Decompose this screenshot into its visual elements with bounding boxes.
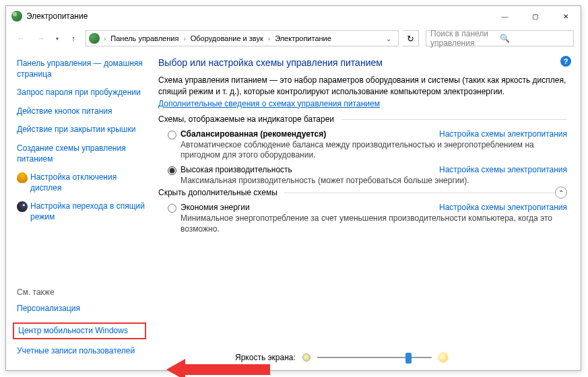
group-label: Скрыть дополнительные схемы bbox=[158, 188, 284, 197]
plan-balanced-radio[interactable] bbox=[168, 131, 176, 139]
plan-balanced-settings-link[interactable]: Настройка схемы электропитания bbox=[426, 129, 567, 139]
plan-high-settings-link[interactable]: Настройка схемы электропитания bbox=[426, 165, 567, 174]
app-icon bbox=[11, 11, 22, 22]
brightness-label: Яркость экрана: bbox=[235, 353, 296, 362]
nav-history-dropdown[interactable]: ▾ bbox=[53, 36, 61, 42]
see-also-personalization[interactable]: Персонализация bbox=[17, 304, 146, 314]
bulb-bright-icon bbox=[438, 353, 448, 362]
chevron-up-icon: ⌃ bbox=[558, 189, 564, 197]
plan-saver-desc: Минимальное энергопотребление за счет ум… bbox=[181, 213, 567, 234]
maximize-button[interactable]: ▢ bbox=[520, 6, 550, 26]
nav-up-button[interactable]: ↑ bbox=[65, 30, 81, 46]
chevron-right-icon: › bbox=[267, 35, 271, 42]
navigation-bar: ← → ▾ ↑ › Панель управления › Оборудован… bbox=[6, 26, 581, 50]
brightness-slider[interactable] bbox=[317, 351, 432, 364]
plan-balanced-desc: Автоматическое соблюдение баланса между … bbox=[181, 140, 567, 161]
moon-icon bbox=[17, 201, 28, 212]
breadcrumb[interactable]: › Панель управления › Оборудование и зву… bbox=[86, 30, 399, 46]
sidebar-link-lid[interactable]: Действие при закрытии крышки bbox=[17, 125, 146, 135]
plan-saver-name[interactable]: Экономия энергии bbox=[181, 203, 250, 212]
plan-saver-settings-link[interactable]: Настройка схемы электропитания bbox=[426, 203, 567, 212]
refresh-button[interactable]: ↻ bbox=[403, 30, 419, 46]
breadcrumb-item[interactable]: Оборудование и звук bbox=[189, 34, 265, 42]
minimize-button[interactable]: — bbox=[490, 6, 520, 26]
nav-back-button[interactable]: ← bbox=[13, 30, 29, 46]
slider-thumb[interactable] bbox=[405, 353, 412, 364]
learn-more-link[interactable]: Дополнительные сведения о схемах управле… bbox=[158, 99, 380, 108]
window-title: Электропитание bbox=[26, 11, 490, 21]
close-button[interactable]: ✕ bbox=[550, 6, 581, 26]
sidebar-link-home[interactable]: Панель управления — домашняя страница bbox=[17, 59, 146, 79]
sidebar-link-create-plan[interactable]: Создание схемы управления питанием bbox=[17, 143, 146, 164]
sidebar-link-power-buttons[interactable]: Действие кнопок питания bbox=[17, 106, 146, 117]
chevron-right-icon: › bbox=[182, 35, 187, 42]
bulb-dim-icon bbox=[302, 353, 311, 362]
plan-high: Высокая производительность Настройка схе… bbox=[168, 165, 567, 186]
additional-plans-group: Скрыть дополнительные схемы ⌃ Экономия э… bbox=[158, 193, 567, 234]
sidebar-link-display-off[interactable]: Настройка отключения дисплея bbox=[30, 172, 146, 193]
nav-forward-button[interactable]: → bbox=[33, 30, 49, 46]
breadcrumb-item[interactable]: Панель управления bbox=[108, 34, 181, 42]
plan-balanced-name[interactable]: Сбалансированная (рекомендуется) bbox=[181, 129, 326, 139]
breadcrumb-dropdown[interactable]: ⌄ bbox=[335, 35, 395, 42]
main-panel: Выбор или настройка схемы управления пит… bbox=[152, 50, 581, 370]
search-placeholder: Поиск в панели управления bbox=[430, 29, 500, 48]
sidebar-link-password[interactable]: Запрос пароля при пробуждении bbox=[17, 88, 146, 98]
breadcrumb-icon bbox=[89, 33, 100, 44]
sidebar: Панель управления — домашняя страница За… bbox=[6, 50, 152, 370]
see-also-mobility-center[interactable]: Центр мобильности Windows bbox=[18, 326, 128, 335]
slider-track bbox=[317, 357, 432, 358]
plan-saver-radio[interactable] bbox=[168, 204, 176, 213]
titlebar: Электропитание — ▢ ✕ bbox=[6, 6, 581, 26]
plan-saver: Экономия энергии Настройка схемы электро… bbox=[168, 203, 567, 234]
see-also-heading: См. также bbox=[17, 287, 146, 297]
group-label: Схемы, отображаемые на индикаторе батаре… bbox=[158, 114, 341, 124]
chevron-right-icon: › bbox=[102, 35, 107, 42]
plan-high-desc: Максимальная производительность (может п… bbox=[181, 176, 567, 186]
page-description: Схема управления питанием — это набор па… bbox=[158, 75, 567, 98]
collapse-button[interactable]: ⌃ bbox=[555, 186, 567, 199]
search-input[interactable]: Поиск в панели управления 🔍 bbox=[426, 30, 574, 46]
see-also-mobility-center-highlight: Центр мобильности Windows bbox=[13, 322, 146, 340]
brightness-control: Яркость экрана: bbox=[235, 351, 448, 364]
help-icon[interactable]: ? bbox=[560, 56, 571, 67]
plan-high-name[interactable]: Высокая производительность bbox=[181, 165, 292, 174]
breadcrumb-item[interactable]: Электропитание bbox=[273, 34, 333, 42]
page-title: Выбор или настройка схемы управления пит… bbox=[158, 57, 567, 68]
plan-high-radio[interactable] bbox=[168, 166, 176, 175]
plans-on-battery-group: Схемы, отображаемые на индикаторе батаре… bbox=[158, 119, 567, 186]
sidebar-link-sleep[interactable]: Настройка перехода в спящий режим bbox=[30, 201, 146, 222]
shield-icon bbox=[17, 172, 28, 183]
see-also-user-accounts[interactable]: Учетные записи пользователей bbox=[17, 346, 146, 357]
plan-balanced: Сбалансированная (рекомендуется) Настрой… bbox=[168, 129, 567, 161]
search-icon: 🔍 bbox=[500, 34, 569, 43]
